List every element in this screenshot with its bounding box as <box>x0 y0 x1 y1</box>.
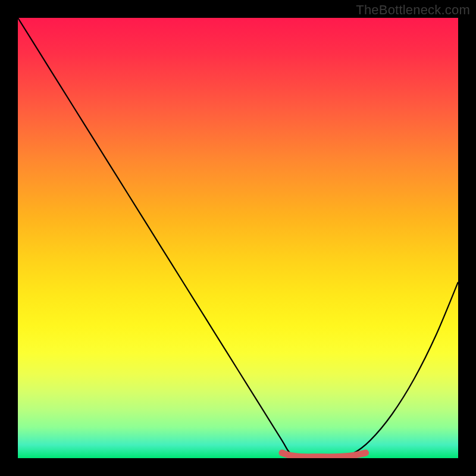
watermark-text: TheBottleneck.com <box>356 2 470 18</box>
sweet-spot-band <box>282 453 366 457</box>
chart-svg <box>18 18 458 458</box>
plot-area <box>18 18 458 458</box>
chart-container: TheBottleneck.com <box>0 0 476 476</box>
bottleneck-curve <box>18 18 458 458</box>
